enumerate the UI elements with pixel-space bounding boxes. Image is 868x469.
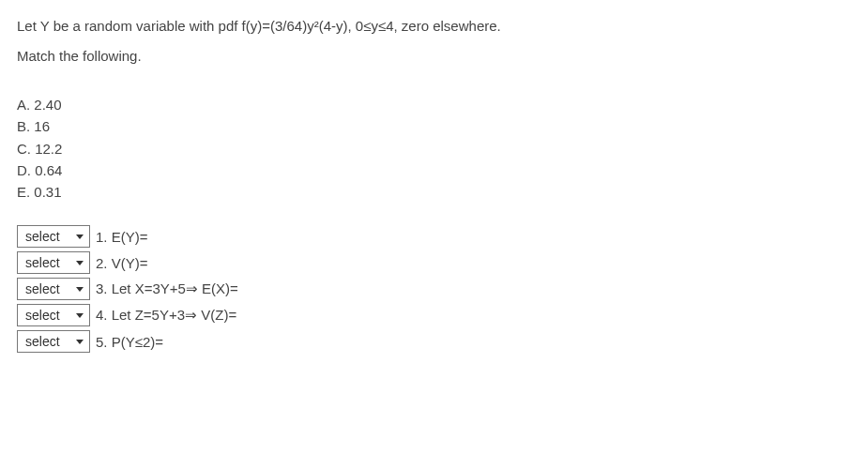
match-row-1: select 1. E(Y)= [17,225,851,248]
match-label-2: 2. V(Y)= [96,255,147,271]
matching-list: select 1. E(Y)= select 2. V(Y)= select 3… [17,225,851,353]
chevron-down-icon [76,340,84,344]
match-label-4: 4. Let Z=5Y+3⇒ V(Z)= [96,307,236,324]
select-value: select [25,255,60,270]
select-value: select [25,334,60,349]
select-dropdown-1[interactable]: select [17,225,90,248]
problem-statement-line1: Let Y be a random variable with pdf f(y)… [17,15,851,38]
option-a: A. 2.40 [17,94,851,115]
select-dropdown-3[interactable]: select [17,278,90,300]
match-row-4: select 4. Let Z=5Y+3⇒ V(Z)= [17,304,851,326]
select-value: select [25,281,60,296]
select-dropdown-5[interactable]: select [17,330,90,353]
option-b: B. 16 [17,115,851,137]
answer-options: A. 2.40 B. 16 C. 12.2 D. 0.64 E. 0.31 [17,94,851,203]
chevron-down-icon [76,287,84,292]
chevron-down-icon [76,234,84,239]
match-row-3: select 3. Let X=3Y+5⇒ E(X)= [17,278,851,300]
select-value: select [25,308,60,323]
chevron-down-icon [76,313,84,318]
select-value: select [25,229,60,244]
chevron-down-icon [76,261,84,265]
match-label-3: 3. Let X=3Y+5⇒ E(X)= [96,280,238,297]
option-e: E. 0.31 [17,181,851,203]
select-dropdown-4[interactable]: select [17,304,90,326]
match-label-1: 1. E(Y)= [96,229,147,245]
match-row-2: select 2. V(Y)= [17,251,851,274]
problem-statement-line2: Match the following. [17,45,851,68]
match-label-5: 5. P(Y≤2)= [96,334,163,350]
option-c: C. 12.2 [17,138,851,159]
option-d: D. 0.64 [17,159,851,181]
match-row-5: select 5. P(Y≤2)= [17,330,851,353]
select-dropdown-2[interactable]: select [17,251,90,274]
